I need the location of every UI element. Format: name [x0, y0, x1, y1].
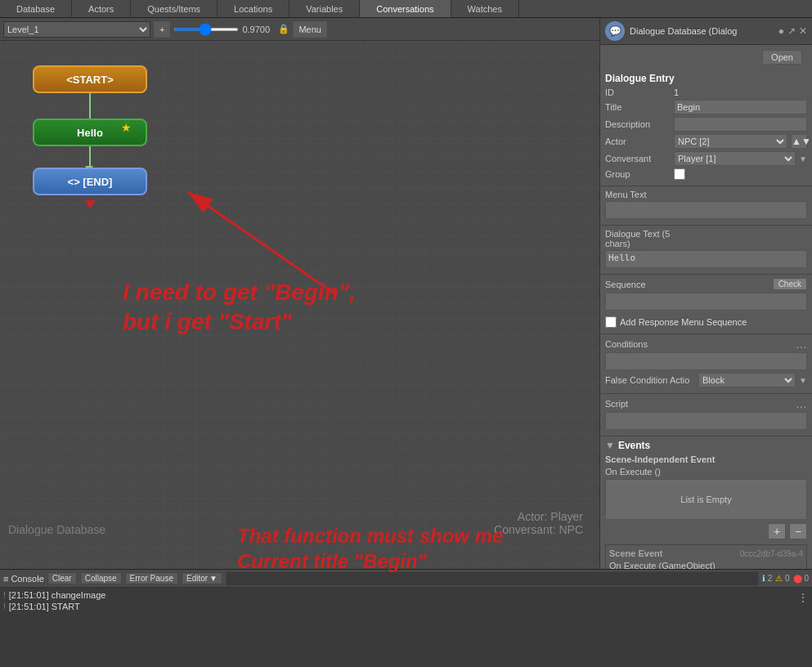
title-row: Title — [605, 100, 807, 114]
add-node-button[interactable]: + — [154, 21, 170, 38]
editor-button[interactable]: Editor ▼ — [182, 572, 222, 584]
main-container: Level_1 + 0.9700 🔒 Menu <START> Hello ★ — [0, 18, 812, 569]
count-badge: ℹ 2 — [762, 574, 772, 583]
close-icon[interactable]: ✕ — [799, 25, 807, 37]
lock-icon: 🔒 — [278, 24, 289, 34]
dialogue-text-section: Dialogue Text (5 chars) Hello — [600, 226, 812, 275]
open-button[interactable]: Open — [762, 50, 802, 65]
tab-conversations[interactable]: Conversations — [360, 0, 451, 17]
false-cond-label: False Condition Actio — [605, 375, 695, 385]
editor-dropdown-icon: ▼ — [209, 574, 218, 583]
right-panel-header: 💬 Dialogue Database (Dialog ● ↗ ✕ — [600, 18, 812, 45]
false-cond-row: False Condition Actio Block ▼ — [605, 373, 807, 387]
dialogue-entry-section: Dialogue Entry ID 1 Title Description Ac… — [600, 69, 812, 186]
console-dots-btn[interactable]: ⋮ — [797, 591, 809, 604]
list-empty-box: List is Empty — [605, 479, 807, 520]
remove-event-btn[interactable]: − — [789, 523, 807, 539]
zoom-slider[interactable] — [173, 28, 239, 31]
sequence-input[interactable] — [605, 293, 807, 311]
script-label: Script — [605, 399, 671, 409]
dialogue-text-input[interactable]: Hello — [605, 250, 807, 268]
console-title: ≡ Console — [3, 574, 44, 584]
tab-watches[interactable]: Watches — [451, 0, 519, 17]
node-end[interactable]: <> [END] — [33, 168, 147, 195]
script-input[interactable] — [605, 412, 807, 430]
add-response-checkbox[interactable] — [605, 316, 617, 328]
info-icon[interactable]: ● — [778, 25, 784, 37]
error-pause-button[interactable]: Error Pause — [125, 572, 178, 584]
annotation-text-1: I need to get "Begin", but i get "Start" — [123, 278, 356, 338]
menu-button[interactable]: Menu — [293, 21, 327, 38]
open-btn-row: Open — [600, 45, 812, 69]
description-input[interactable] — [674, 117, 807, 132]
false-cond-arrow: ▼ — [799, 376, 807, 385]
conversant-arrow: ▼ — [799, 154, 807, 163]
description-label: Description — [605, 119, 671, 129]
canvas-graph[interactable]: <START> Hello ★ <> [END] I need to g — [0, 41, 599, 569]
level-select[interactable]: Level_1 — [3, 21, 150, 38]
sequence-label: Sequence — [605, 280, 769, 289]
group-checkbox[interactable] — [674, 168, 685, 180]
title-label: Title — [605, 102, 671, 112]
conditions-section: Conditions … False Condition Actio Block… — [600, 334, 812, 394]
scene-event-title-row: Scene Event 0ccc2db7-d39a-4 — [609, 548, 803, 558]
log-icon-2: ! — [3, 602, 6, 611]
conditions-dots-btn[interactable]: … — [796, 338, 807, 351]
scene-event-box: Scene Event 0ccc2db7-d39a-4 On Execute (… — [605, 544, 807, 569]
right-panel-icons: ● ↗ ✕ — [778, 25, 807, 37]
console-panel: ≡ Console Clear Collapse Error Pause Edi… — [0, 569, 812, 667]
tab-bar: Database Actors Quests/Items Locations V… — [0, 0, 812, 18]
dialogue-text-label: Dialogue Text (5 chars) — [605, 229, 671, 248]
menu-text-input[interactable] — [605, 201, 807, 219]
info-icon: ℹ — [762, 574, 765, 583]
console-body: ⋮ ! [21:51:01] changeImage ! [21:51:01] … — [0, 588, 812, 667]
conditions-label: Conditions — [605, 339, 671, 349]
actor-select[interactable]: NPC [2] — [674, 134, 787, 149]
canvas-toolbar: Level_1 + 0.9700 🔒 Menu — [0, 18, 599, 41]
on-execute-row: On Execute () — [605, 467, 807, 477]
console-counts: ℹ 2 ⚠ 0 ⬤ 0 — [762, 574, 809, 583]
error-icon: ⬤ — [793, 574, 802, 583]
script-section: Script … — [600, 394, 812, 436]
actor-expand-btn[interactable]: ▲▼ — [791, 134, 807, 149]
star-icon: ★ — [121, 121, 132, 134]
title-input[interactable] — [674, 100, 807, 114]
add-event-btn[interactable]: + — [768, 523, 786, 539]
actor-label: Actor — [605, 137, 671, 146]
conversant-row: Conversant Player [1] ▼ — [605, 151, 807, 166]
scene-ind-title: Scene-Independent Event — [605, 454, 807, 464]
expand-icon[interactable]: ↗ — [787, 25, 796, 37]
tab-quests-items[interactable]: Quests/Items — [131, 0, 218, 17]
menu-text-section: Menu Text — [600, 186, 812, 226]
on-execute-go: On Execute (GameObject) — [609, 561, 803, 569]
tab-actors[interactable]: Actors — [72, 0, 131, 17]
id-label: ID — [605, 87, 671, 97]
collapse-button[interactable]: Collapse — [80, 572, 122, 584]
check-button[interactable]: Check — [773, 278, 807, 290]
conversant-select[interactable]: Player [1] — [674, 151, 796, 166]
tab-database[interactable]: Database — [0, 0, 72, 17]
tab-variables[interactable]: Variables — [289, 0, 360, 17]
script-header: Script … — [605, 397, 807, 410]
dialogue-text-header: Dialogue Text (5 chars) — [605, 229, 807, 248]
tab-locations[interactable]: Locations — [218, 0, 289, 17]
right-panel-title: Dialogue Database (Dialog — [630, 26, 774, 36]
right-panel: 💬 Dialogue Database (Dialog ● ↗ ✕ Open D… — [599, 18, 812, 569]
events-section: ▼ Events Scene-Independent Event On Exec… — [600, 436, 812, 569]
sequence-header: Sequence Check — [605, 278, 807, 290]
conditions-input[interactable] — [605, 352, 807, 370]
script-dots-btn[interactable]: … — [796, 397, 807, 410]
false-cond-select[interactable]: Block — [698, 373, 796, 387]
group-label: Group — [605, 169, 671, 179]
description-row: Description — [605, 117, 807, 132]
zoom-value: 0.9700 — [242, 25, 275, 34]
db-icon: 💬 — [605, 21, 625, 41]
events-toggle[interactable]: ▼ Events — [605, 440, 807, 451]
sequence-section: Sequence Check Add Response Menu Sequenc… — [600, 275, 812, 334]
clear-button[interactable]: Clear — [47, 572, 77, 584]
node-start[interactable]: <START> — [33, 65, 147, 93]
id-value: 1 — [674, 87, 807, 97]
scene-event-id: 0ccc2db7-d39a-4 — [740, 549, 803, 558]
conversant-label: Conversant — [605, 154, 671, 163]
canvas-db-label: Dialogue Database — [8, 523, 105, 536]
